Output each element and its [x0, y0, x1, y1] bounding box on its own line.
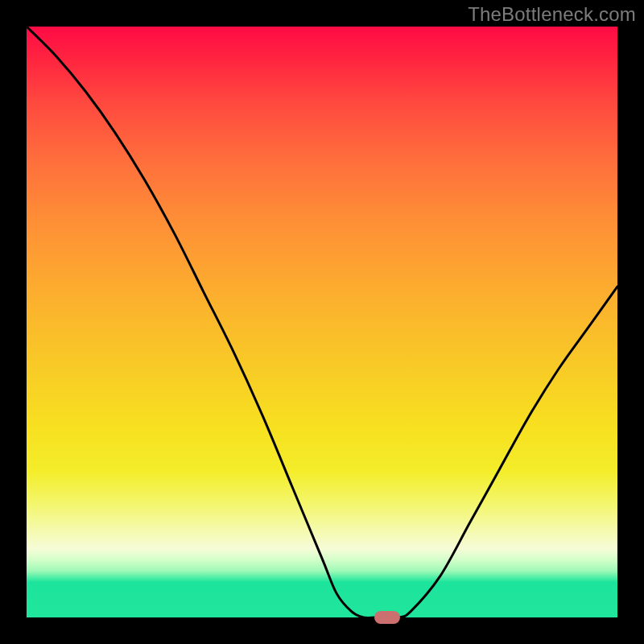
bottleneck-curve [27, 27, 617, 617]
watermark-label: TheBottleneck.com [468, 3, 636, 26]
chart-frame: TheBottleneck.com [0, 0, 644, 644]
plot-area [27, 27, 617, 617]
optimum-marker [374, 611, 400, 624]
